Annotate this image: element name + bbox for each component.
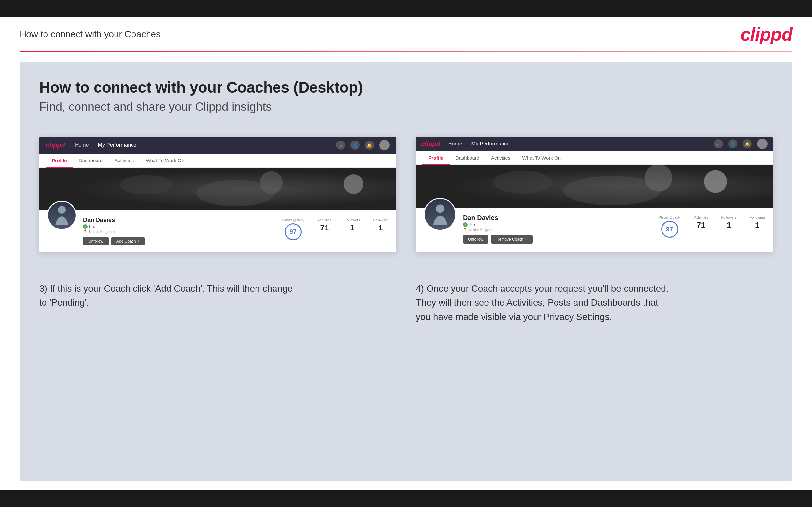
left-tab-activities[interactable]: Activities <box>109 154 140 168</box>
left-activities-label: Activities <box>317 218 332 222</box>
left-location-text: United Kingdom <box>89 230 114 234</box>
svg-point-6 <box>645 165 672 191</box>
left-add-coach-button[interactable]: Add Coach + <box>111 237 145 245</box>
left-screenshot: clippd Home My Performance ⌕ 👤 🔔 Profile… <box>39 136 396 252</box>
right-tab-profile[interactable]: Profile <box>422 151 450 165</box>
left-player-quality-value: 97 <box>285 223 302 240</box>
right-profile-stats: Player Quality 97 Activities 71 Follower… <box>659 213 765 238</box>
left-nav-my-performance[interactable]: My Performance <box>98 142 137 148</box>
left-followers-label: Followers <box>345 218 360 222</box>
header-title: How to connect with your Coaches <box>20 29 161 40</box>
right-search-icon[interactable]: ⌕ <box>714 139 723 149</box>
svg-point-5 <box>493 171 552 193</box>
left-stat-followers: Followers 1 <box>345 218 360 240</box>
right-following-value: 1 <box>750 221 765 230</box>
left-activities-value: 71 <box>317 223 332 232</box>
right-unfollow-button[interactable]: Unfollow <box>463 235 489 243</box>
page-subheading: Find, connect and share your Clippd insi… <box>39 100 773 114</box>
left-nav-links: Home My Performance <box>75 142 137 148</box>
right-app-navbar: clippd Home My Performance ⌕ 👤 🔔 <box>416 136 773 151</box>
right-pro-label: Pro <box>469 222 475 227</box>
right-app-logo: clippd <box>421 140 440 148</box>
right-player-quality-value: 97 <box>661 221 678 238</box>
right-avatar-icon[interactable] <box>757 138 767 149</box>
right-nav-my-performance[interactable]: My Performance <box>471 141 510 147</box>
right-profile-avatar <box>424 198 456 231</box>
left-nav-home[interactable]: Home <box>75 142 89 148</box>
left-check-icon: ✓ <box>83 224 88 229</box>
clippd-logo: clippd <box>740 23 792 45</box>
left-user-icon[interactable]: 👤 <box>350 140 360 150</box>
right-profile-name: Dan Davies <box>463 214 652 222</box>
header: How to connect with your Coaches clippd <box>0 17 812 51</box>
right-check-icon: ✓ <box>463 222 467 227</box>
right-followers-value: 1 <box>721 221 737 230</box>
left-tabs: Profile Dashboard Activities What To Wor… <box>39 154 396 168</box>
right-tabs: Profile Dashboard Activities What To Wor… <box>416 151 773 165</box>
step4-text: 4) Once your Coach accepts your request … <box>416 281 671 324</box>
right-screenshot: clippd Home My Performance ⌕ 👤 🔔 Profile… <box>416 136 773 252</box>
left-profile-name: Dan Davies <box>83 217 275 224</box>
right-location-text: United Kingdom <box>469 228 494 232</box>
right-profile-location: 📍 United Kingdom <box>463 227 652 232</box>
description-row: 3) If this is your Coach click 'Add Coac… <box>39 268 773 324</box>
step3-description: 3) If this is your Coach click 'Add Coac… <box>39 281 396 324</box>
right-bell-icon[interactable]: 🔔 <box>743 139 752 149</box>
right-avatar-figure <box>425 199 455 230</box>
right-stat-activities: Activities 71 <box>694 215 708 238</box>
left-bell-icon[interactable]: 🔔 <box>365 140 374 150</box>
left-unfollow-button[interactable]: Unfollow <box>83 237 109 245</box>
right-stat-following: Following 1 <box>750 215 765 238</box>
left-banner <box>39 168 396 210</box>
right-nav-icons: ⌕ 👤 🔔 <box>714 138 767 149</box>
left-tab-dashboard[interactable]: Dashboard <box>73 154 109 168</box>
page-heading: How to connect with your Coaches (Deskto… <box>39 78 773 96</box>
left-following-value: 1 <box>373 223 388 232</box>
left-profile-tag: ✓ Pro <box>83 224 275 229</box>
right-nav-links: Home My Performance <box>448 141 510 147</box>
left-pin-icon: 📍 <box>83 229 88 234</box>
bottom-bar <box>0 490 812 507</box>
svg-point-1 <box>120 175 172 194</box>
right-tab-dashboard[interactable]: Dashboard <box>450 151 485 165</box>
left-profile-stats: Player Quality 97 Activities 71 Follower… <box>282 215 388 240</box>
svg-point-3 <box>58 206 66 214</box>
right-avatar-wrap <box>424 198 456 231</box>
top-bar <box>0 0 812 17</box>
right-pin-icon: 📍 <box>463 227 467 232</box>
right-profile-section: Dan Davies ✓ Pro 📍 United Kingdom Unfoll… <box>416 208 773 250</box>
left-banner-bg <box>39 168 396 210</box>
step4-description: 4) Once your Coach accepts your request … <box>416 281 773 324</box>
left-tab-profile[interactable]: Profile <box>46 154 73 168</box>
right-remove-coach-button[interactable]: Remove Coach ✕ <box>491 235 532 243</box>
left-profile-actions: Unfollow Add Coach + <box>83 237 275 245</box>
left-following-label: Following <box>373 218 388 222</box>
step3-text: 3) If this is your Coach click 'Add Coac… <box>39 281 295 310</box>
right-followers-label: Followers <box>721 215 737 219</box>
right-banner-bg <box>416 165 773 208</box>
left-avatar-wrap <box>47 201 77 230</box>
left-search-icon[interactable]: ⌕ <box>336 140 345 150</box>
right-profile-info: Dan Davies ✓ Pro 📍 United Kingdom Unfoll… <box>463 213 652 243</box>
left-player-quality-label: Player Quality <box>282 218 304 222</box>
right-remove-coach-label: Remove Coach <box>496 237 523 241</box>
right-activities-label: Activities <box>694 215 708 219</box>
right-tab-what-to-work-on[interactable]: What To Work On <box>516 151 567 165</box>
left-plus-icon: + <box>137 239 139 243</box>
right-profile-tag: ✓ Pro <box>463 222 652 227</box>
left-tab-what-to-work-on[interactable]: What To Work On <box>140 154 190 168</box>
left-followers-value: 1 <box>345 223 360 232</box>
right-tab-activities[interactable]: Activities <box>485 151 516 165</box>
left-profile-avatar <box>47 201 77 230</box>
left-profile-location: 📍 United Kingdom <box>83 229 275 234</box>
right-nav-home[interactable]: Home <box>448 141 462 147</box>
right-stat-player-quality: Player Quality 97 <box>659 215 681 238</box>
right-stat-followers: Followers 1 <box>721 215 737 238</box>
right-user-icon[interactable]: 👤 <box>728 139 738 149</box>
left-stat-player-quality: Player Quality 97 <box>282 218 304 240</box>
svg-point-7 <box>436 204 444 213</box>
left-pro-label: Pro <box>89 224 95 229</box>
left-add-coach-label: Add Coach <box>116 239 136 243</box>
left-avatar-figure <box>48 202 75 229</box>
left-avatar-icon[interactable] <box>379 140 390 150</box>
